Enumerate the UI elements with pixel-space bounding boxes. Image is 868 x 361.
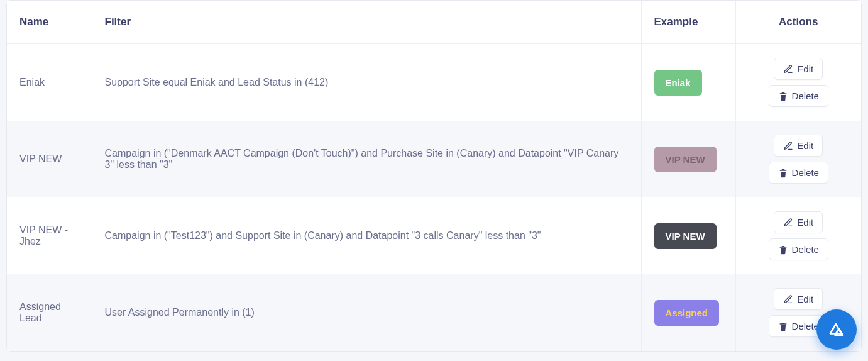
cell-name: VIP NEW	[7, 121, 92, 197]
edit-icon	[783, 218, 793, 228]
edit-button[interactable]: Edit	[774, 288, 823, 310]
edit-icon	[783, 294, 793, 304]
cell-filter: Campaign in ("Test123") and Support Site…	[92, 197, 641, 274]
trash-icon	[778, 91, 788, 101]
delete-button[interactable]: Delete	[769, 238, 828, 260]
cell-name: VIP NEW - Jhez	[7, 197, 92, 274]
delete-label: Delete	[792, 321, 819, 331]
edit-button[interactable]: Edit	[774, 135, 823, 157]
cell-actions: Edit Delete	[735, 121, 861, 197]
filters-table: Name Filter Example Actions Eniak Suppor…	[7, 1, 861, 351]
cell-filter: Campaign in ("Denmark AACT Campaign (Don…	[92, 121, 641, 197]
header-example: Example	[641, 1, 735, 44]
cell-name: Assigned Lead	[7, 274, 92, 351]
delete-button[interactable]: Delete	[769, 162, 828, 184]
delete-button[interactable]: Delete	[769, 85, 828, 107]
table-card: Name Filter Example Actions Eniak Suppor…	[6, 0, 862, 352]
trash-icon	[778, 168, 788, 178]
triangle-logo-icon	[827, 320, 846, 339]
example-badge: VIP NEW	[654, 147, 717, 172]
example-badge: Eniak	[654, 70, 702, 96]
cell-filter: User Assigned Permanently in (1)	[92, 274, 641, 351]
cell-example: VIP NEW	[641, 121, 735, 197]
cell-example: Eniak	[641, 44, 735, 121]
edit-label: Edit	[797, 217, 813, 228]
cell-example: VIP NEW	[641, 197, 735, 274]
example-badge: VIP NEW	[654, 223, 717, 249]
table-row: Eniak Support Site equal Eniak and Lead …	[7, 44, 861, 121]
cell-filter: Support Site equal Eniak and Lead Status…	[92, 44, 641, 121]
header-actions: Actions	[735, 1, 861, 44]
edit-icon	[783, 64, 793, 74]
delete-label: Delete	[792, 167, 819, 178]
edit-icon	[783, 141, 793, 151]
example-badge: Assigned	[654, 300, 720, 326]
help-fab[interactable]	[816, 309, 857, 350]
trash-icon	[778, 321, 788, 331]
edit-button[interactable]: Edit	[774, 58, 823, 80]
cell-name: Eniak	[7, 44, 92, 121]
edit-label: Edit	[797, 294, 813, 304]
table-row: Assigned Lead User Assigned Permanently …	[7, 274, 861, 351]
delete-label: Delete	[792, 244, 819, 255]
table-row: VIP NEW - Jhez Campaign in ("Test123") a…	[7, 197, 861, 274]
cell-actions: Edit Delete	[735, 197, 861, 274]
edit-button[interactable]: Edit	[774, 211, 823, 233]
cell-actions: Edit Delete	[735, 44, 861, 121]
header-name: Name	[7, 1, 92, 44]
table-row: VIP NEW Campaign in ("Denmark AACT Campa…	[7, 121, 861, 197]
edit-label: Edit	[797, 140, 813, 151]
delete-label: Delete	[792, 91, 819, 101]
cell-example: Assigned	[641, 274, 735, 351]
edit-label: Edit	[797, 64, 813, 74]
trash-icon	[778, 245, 788, 255]
header-filter: Filter	[92, 1, 641, 44]
